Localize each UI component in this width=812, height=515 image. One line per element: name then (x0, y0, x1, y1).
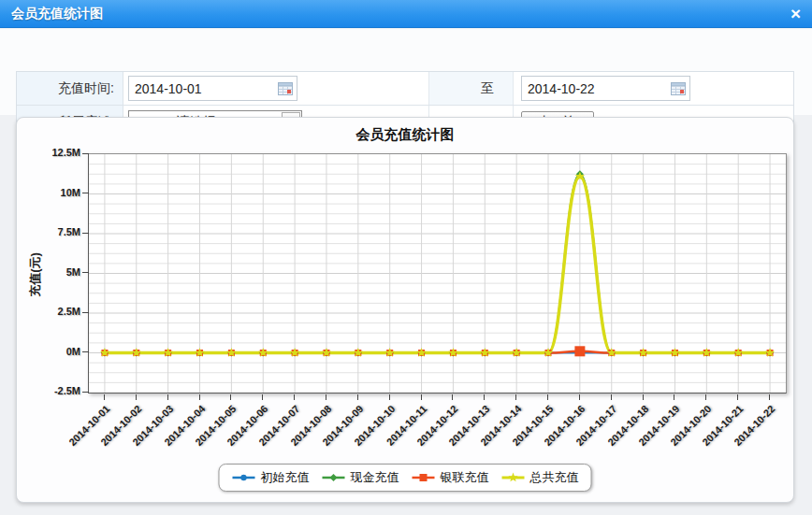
date-from-input[interactable] (129, 78, 269, 99)
x-axis-tick (389, 394, 390, 400)
x-axis-tick (674, 394, 674, 400)
y-axis-tick (82, 233, 89, 234)
x-axis-tick (136, 394, 137, 400)
y-axis-tick (82, 153, 89, 154)
x-axis-tick (294, 394, 295, 400)
x-axis-tick (484, 394, 485, 400)
x-axis-label: 2014-10-22 (714, 403, 777, 466)
x-axis-tick (326, 394, 326, 400)
x-axis-tick (452, 394, 453, 400)
x-axis-tick (579, 394, 580, 400)
legend-item: 银联充值 (412, 469, 489, 486)
x-axis-tick (547, 394, 548, 400)
dialog-titlebar: 会员充值统计图 × (0, 0, 812, 28)
x-axis-tick (705, 394, 706, 400)
form-row-dates: 充值时间: 至 (17, 72, 793, 106)
x-axis-label: 2014-10-17 (555, 403, 618, 466)
legend-item: 初始充值 (232, 469, 310, 486)
x-axis-tick (199, 394, 200, 400)
y-axis-tick (82, 351, 89, 352)
close-icon[interactable]: × (790, 4, 801, 24)
date-from-box (128, 76, 297, 101)
x-axis-tick (769, 394, 770, 400)
square-marker-icon (412, 471, 436, 484)
y-axis-label: 10M (17, 187, 80, 198)
legend-label: 初始充值 (261, 469, 310, 486)
recharge-time-label: 充值时间: (17, 72, 123, 105)
y-axis-label: -2.5M (17, 385, 80, 396)
to-label: 至 (429, 72, 514, 105)
x-axis-label: 2014-10-03 (111, 403, 175, 466)
date-to-input[interactable] (522, 78, 662, 99)
legend-label: 现金充值 (351, 469, 399, 486)
date-from-cell (123, 72, 429, 105)
x-axis-tick (230, 394, 231, 400)
legend-label: 银联充值 (441, 469, 489, 486)
star-marker-icon (501, 471, 526, 484)
diamond-marker-icon (322, 471, 346, 484)
y-axis-label: 5M (17, 266, 80, 278)
plot-area (88, 153, 787, 393)
legend-label: 总共充值 (530, 469, 579, 486)
y-axis-label: 2.5M (17, 306, 80, 317)
legend-item: 总共充值 (501, 469, 579, 486)
x-axis-label: 2014-10-10 (333, 403, 397, 466)
x-axis-tick (643, 394, 644, 400)
chart-legend: 初始充值现金充值银联充值总共充值 (219, 464, 592, 492)
calendar-icon[interactable] (278, 81, 293, 95)
y-axis-label: 12.5M (17, 147, 80, 158)
chart-panel: 会员充值统计图 充值(元) 初始充值现金充值银联充值总共充值 12.5M10M7… (16, 117, 794, 503)
date-to-cell (514, 72, 793, 105)
form-band: 充值时间: 至 (0, 29, 812, 115)
dialog-title: 会员充值统计图 (0, 6, 103, 22)
x-axis-tick (515, 394, 516, 400)
x-axis-tick (357, 394, 358, 400)
x-axis-tick (104, 394, 105, 400)
calendar-icon[interactable] (671, 81, 686, 95)
legend-item: 现金充值 (322, 469, 399, 486)
y-axis-label: 0M (17, 346, 80, 357)
y-axis-tick (82, 312, 89, 313)
chart-canvas (89, 154, 786, 393)
x-axis-tick (421, 394, 422, 400)
x-axis-tick (167, 394, 168, 400)
x-axis-tick (737, 394, 738, 400)
y-axis-tick (82, 272, 89, 273)
y-axis-tick (82, 193, 89, 193)
date-to-box (521, 76, 690, 101)
y-axis-label: 7.5M (17, 226, 80, 237)
circle-marker-icon (232, 471, 256, 484)
member-recharge-dialog: 会员充值统计图 × 充值时间: (0, 0, 812, 515)
y-axis-tick (82, 392, 89, 393)
chart-title: 会员充值统计图 (17, 126, 793, 144)
x-axis-tick (611, 394, 612, 400)
x-axis-tick (262, 394, 263, 400)
